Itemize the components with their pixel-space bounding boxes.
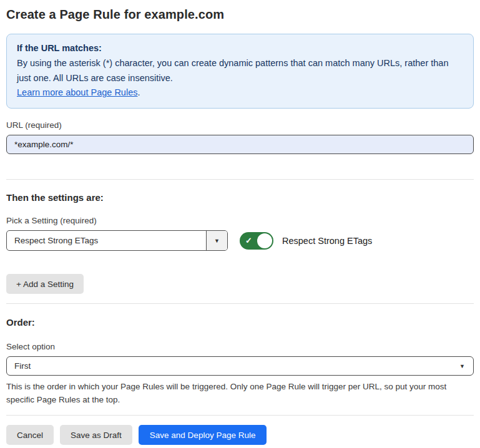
setting-row: Respect Strong ETags ▼ ✓ Respect Strong … bbox=[6, 230, 474, 251]
toggle-label: Respect Strong ETags bbox=[282, 236, 372, 246]
settings-section-heading: Then the settings are: bbox=[6, 192, 474, 203]
page-rule-form: Create a Page Rule for example.com If th… bbox=[0, 0, 480, 445]
etags-toggle[interactable]: ✓ bbox=[240, 232, 273, 250]
setting-select[interactable]: Respect Strong ETags ▼ bbox=[6, 230, 228, 251]
divider bbox=[6, 415, 474, 416]
info-box-heading: If the URL matches: bbox=[17, 41, 463, 56]
divider bbox=[6, 179, 474, 180]
save-draft-button[interactable]: Save as Draft bbox=[60, 425, 132, 445]
setting-select-arrow-button[interactable]: ▼ bbox=[206, 231, 227, 250]
learn-more-link[interactable]: Learn more about Page Rules bbox=[17, 87, 137, 97]
chevron-down-icon: ▼ bbox=[214, 238, 220, 244]
page-title: Create a Page Rule for example.com bbox=[6, 7, 474, 22]
toggle-knob bbox=[257, 233, 272, 248]
check-icon: ✓ bbox=[245, 236, 252, 245]
divider bbox=[6, 303, 474, 304]
order-help-text: This is the order in which your Page Rul… bbox=[6, 380, 474, 406]
info-box-link-line: Learn more about Page Rules. bbox=[17, 85, 463, 100]
cancel-button[interactable]: Cancel bbox=[6, 425, 54, 445]
add-setting-button[interactable]: + Add a Setting bbox=[6, 274, 84, 294]
info-box-body: By using the asterisk (*) character, you… bbox=[17, 56, 463, 86]
form-actions: Cancel Save as Draft Save and Deploy Pag… bbox=[6, 425, 474, 445]
order-section-heading: Order: bbox=[6, 317, 474, 328]
order-select-value: First bbox=[7, 361, 459, 371]
order-select-label: Select option bbox=[6, 342, 474, 351]
pick-setting-label: Pick a Setting (required) bbox=[6, 216, 474, 225]
save-deploy-button[interactable]: Save and Deploy Page Rule bbox=[139, 425, 267, 445]
url-field-label: URL (required) bbox=[6, 120, 474, 130]
order-select[interactable]: First ▼ bbox=[6, 356, 474, 376]
setting-select-value: Respect Strong ETags bbox=[7, 231, 206, 250]
link-suffix: . bbox=[137, 87, 140, 97]
chevron-down-icon: ▼ bbox=[459, 363, 473, 369]
url-input[interactable] bbox=[6, 135, 474, 154]
url-matches-info-box: If the URL matches: By using the asteris… bbox=[6, 34, 474, 109]
